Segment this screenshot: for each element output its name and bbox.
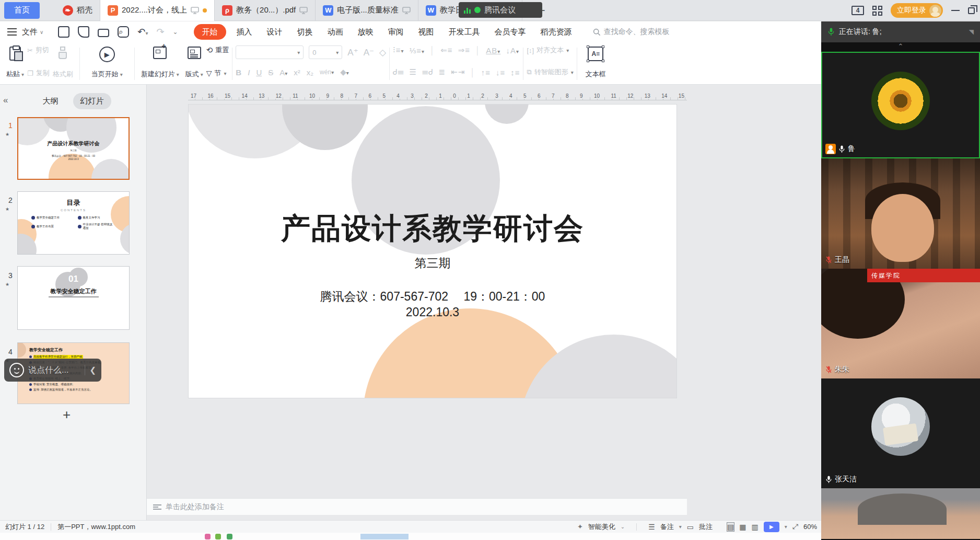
- menu-view[interactable]: 视图: [411, 27, 441, 37]
- command-search[interactable]: 查找命令、搜索模板: [593, 27, 670, 37]
- present-monitor-icon[interactable]: [191, 7, 199, 14]
- to-smartart-button[interactable]: ⧉转智能图形▾: [527, 67, 573, 77]
- workspace-grid-icon[interactable]: [872, 6, 882, 16]
- print-icon[interactable]: [98, 29, 109, 37]
- normal-view-icon[interactable]: ▤: [727, 523, 734, 531]
- slide-thumbnail-2[interactable]: 目录 CONTENTS 教学安全稳定工作 教务文件学习 教学工作布置 毕业设计开…: [17, 191, 130, 255]
- tab-presentation-active[interactable]: P 2022....讨会，线上: [100, 0, 215, 21]
- copy-button[interactable]: ❐复制: [27, 68, 50, 78]
- cut-button[interactable]: ✂剪切: [27, 45, 50, 55]
- fit-window-icon[interactable]: ⤢: [792, 522, 798, 531]
- menu-slideshow[interactable]: 放映: [351, 27, 381, 37]
- slide-title[interactable]: 产品设计系教学研讨会: [189, 209, 676, 249]
- tab-outline[interactable]: 大纲: [36, 93, 66, 109]
- bullet-list-icon[interactable]: ⁝≡▾: [393, 45, 404, 55]
- clear-format-icon[interactable]: ◇: [379, 47, 386, 58]
- taskbar-window-fragment[interactable]: [360, 534, 409, 539]
- collapse-panel-icon[interactable]: «: [3, 95, 8, 106]
- underline-icon[interactable]: U: [256, 68, 262, 77]
- slideshow-play-button[interactable]: ▶: [764, 522, 779, 532]
- participant-tile-3[interactable]: 传媒学院 朱朱: [821, 269, 980, 378]
- align-right-icon[interactable]: ☰Ꮷ: [422, 67, 434, 77]
- collapse-tiles-icon[interactable]: ⌃: [821, 42, 980, 52]
- hamburger-icon[interactable]: [7, 28, 17, 36]
- redo-icon[interactable]: ↷: [156, 26, 164, 38]
- align-center-icon[interactable]: ☰: [410, 67, 417, 77]
- font-name-select[interactable]: ▾: [236, 45, 304, 59]
- menu-home[interactable]: 开始: [194, 24, 226, 40]
- format-painter-button[interactable]: 格式刷: [50, 45, 76, 80]
- superscript-icon[interactable]: x²: [294, 68, 300, 77]
- line-spacing-up-icon[interactable]: ↑≡: [481, 68, 491, 77]
- print-preview-icon[interactable]: ⌕: [118, 26, 129, 38]
- reset-button[interactable]: ⟲重置: [206, 45, 229, 55]
- align-left-icon[interactable]: Ꮷ☰: [393, 67, 404, 77]
- speaker-icon[interactable]: ◥: [969, 28, 974, 36]
- quick-access-more-icon[interactable]: ⌄: [173, 28, 178, 36]
- pinyin-guide-icon[interactable]: wén▾: [320, 68, 334, 76]
- highlight-icon[interactable]: ◆▾: [340, 67, 349, 77]
- taskbar-icon[interactable]: [227, 534, 232, 539]
- meeting-floating-bar[interactable]: 腾讯会议: [459, 2, 542, 18]
- taskbar-icon[interactable]: [215, 534, 221, 539]
- decrease-indent-icon[interactable]: ⇐≡: [440, 45, 452, 55]
- numbered-list-icon[interactable]: ⅓≡▾: [410, 46, 425, 55]
- slide-canvas[interactable]: 产品设计系教学研讨会 第三期 腾讯会议：607-567-702 19：00-21…: [189, 105, 676, 398]
- tab-pdf[interactable]: ρ 教务（20...）.pdf: [215, 0, 316, 21]
- collapse-chat-icon[interactable]: ❮: [89, 365, 96, 375]
- emoji-icon[interactable]: [9, 363, 24, 377]
- align-text-button[interactable]: [↕]对齐文本▾: [527, 45, 573, 55]
- menu-insert[interactable]: 插入: [229, 27, 260, 37]
- text-direction-icon[interactable]: ↓A▾: [506, 46, 519, 55]
- paste-button[interactable]: 粘贴▾: [3, 45, 27, 80]
- slide-thumbnail-3[interactable]: 01 教学安全稳定工作: [17, 266, 130, 330]
- tab-slides[interactable]: 幻灯片: [73, 93, 111, 109]
- increase-indent-icon[interactable]: ⇒≡: [458, 45, 470, 55]
- char-spacing-icon[interactable]: AB▾: [486, 46, 500, 55]
- menu-devtools[interactable]: 开发工具: [441, 27, 487, 37]
- chat-bubble[interactable]: 说点什么... ❮: [4, 359, 101, 382]
- export-icon[interactable]: [78, 26, 89, 38]
- undo-icon[interactable]: ↶▾: [137, 26, 148, 38]
- file-menu[interactable]: 文件∨: [22, 27, 43, 37]
- beautify-button[interactable]: 智能美化: [588, 522, 615, 532]
- integrated-mode-icon[interactable]: 4: [851, 6, 864, 15]
- tab-doc-standard[interactable]: W 电子版...质量标准: [316, 0, 418, 21]
- menu-animation[interactable]: 动画: [320, 27, 351, 37]
- menu-review[interactable]: 审阅: [381, 27, 411, 37]
- horizontal-ruler[interactable]: 1716151413121110987654321012345678910111…: [188, 89, 687, 100]
- menu-design[interactable]: 设计: [260, 27, 290, 37]
- menu-transition[interactable]: 切换: [290, 27, 320, 37]
- taskbar-icon[interactable]: [205, 534, 211, 539]
- restore-window-button[interactable]: [968, 7, 975, 14]
- present-monitor-icon[interactable]: [299, 7, 308, 14]
- distribute-icon[interactable]: ⇤⇥: [451, 67, 465, 77]
- play-from-current-button[interactable]: ▶ 当页开始▾: [83, 45, 131, 80]
- comments-button[interactable]: 批注: [699, 522, 713, 532]
- slide-meeting-info[interactable]: 腾讯会议：607-567-702 19：00-21：00: [189, 289, 676, 305]
- participant-tile-2[interactable]: 王晶: [821, 158, 980, 269]
- increase-font-icon[interactable]: A⁺: [347, 47, 358, 58]
- participant-tile-4[interactable]: 张天洁: [821, 378, 980, 488]
- strikethrough-icon[interactable]: S: [268, 68, 273, 77]
- slide-subtitle[interactable]: 第三期: [189, 255, 676, 271]
- participant-tile-5[interactable]: [821, 488, 980, 539]
- layout-button[interactable]: 版式▾: [182, 45, 206, 80]
- present-monitor-icon[interactable]: [402, 7, 411, 14]
- tab-daoke[interactable]: ❧ 稻壳: [55, 0, 100, 21]
- bold-icon[interactable]: B: [236, 68, 241, 77]
- notes-toggle-button[interactable]: 备注: [660, 522, 674, 532]
- line-spacing-icon[interactable]: ↕≡: [510, 68, 520, 77]
- menu-member[interactable]: 会员专享: [487, 27, 533, 37]
- slide-sorter-view-icon[interactable]: ▦: [739, 523, 746, 531]
- new-slide-button[interactable]: 新建幻灯片▾: [138, 45, 182, 80]
- minimize-button[interactable]: [951, 10, 960, 11]
- line-spacing-down-icon[interactable]: ↓≡: [496, 68, 505, 77]
- slide-date[interactable]: 2022.10.3: [189, 305, 676, 319]
- notes-bar[interactable]: 单击此处添加备注: [147, 498, 687, 515]
- italic-icon[interactable]: I: [248, 68, 250, 77]
- login-button[interactable]: 立即登录: [891, 3, 943, 18]
- textbox-button[interactable]: A≡ 文本框: [582, 45, 609, 80]
- tab-home[interactable]: 首页: [4, 2, 40, 19]
- reading-view-icon[interactable]: ▥: [752, 523, 759, 531]
